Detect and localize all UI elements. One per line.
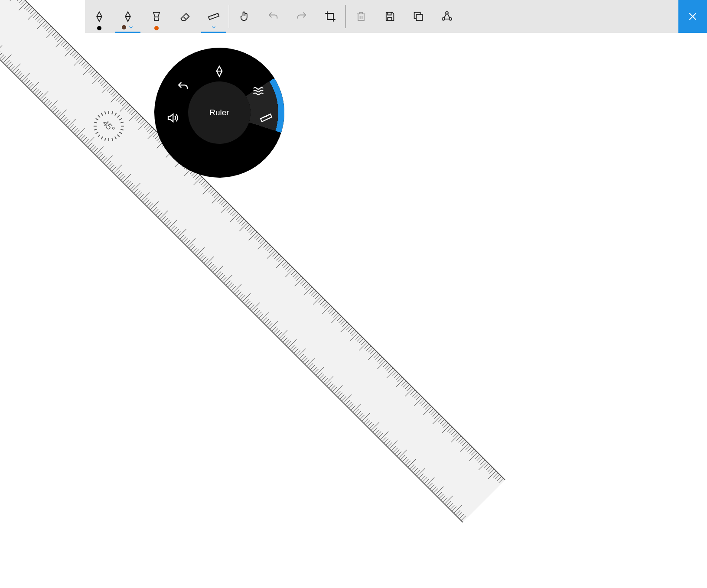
svg-rect-1 (416, 14, 422, 20)
pen-icon (122, 10, 134, 23)
toolbar-divider (229, 5, 229, 28)
chevron-down-icon[interactable] (211, 24, 217, 30)
touch-writing-button[interactable] (230, 0, 259, 33)
svg-line-15 (94, 121, 97, 124)
close-icon (687, 11, 698, 22)
radial-center-label: Ruler (209, 108, 229, 117)
highlighter-tool[interactable] (142, 0, 171, 33)
copy-button[interactable] (404, 0, 433, 33)
toolbar (85, 0, 707, 33)
pen-tool-2[interactable] (114, 0, 142, 33)
radial-item-pen[interactable] (211, 62, 228, 80)
file-tools-group (347, 0, 461, 33)
svg-line-27 (121, 128, 124, 131)
pen-icon (93, 10, 105, 23)
svg-line-23 (117, 115, 120, 117)
eraser-tool[interactable] (171, 0, 199, 33)
close-button[interactable] (678, 0, 707, 33)
svg-line-20 (107, 111, 110, 114)
svg-line-6 (114, 136, 117, 139)
pen-icon (213, 65, 226, 78)
svg-line-10 (101, 136, 103, 139)
crop-icon (324, 10, 336, 23)
radial-menu[interactable]: Ruler (154, 48, 284, 178)
svg-point-4 (449, 18, 452, 20)
undo-icon (267, 10, 279, 23)
redo-icon (296, 10, 308, 23)
svg-line-13 (94, 128, 97, 131)
ruler-angle-indicator: 45° (86, 104, 132, 149)
highlighter-icon (150, 10, 163, 23)
radial-item-volume[interactable] (164, 109, 181, 127)
save-button[interactable] (375, 0, 404, 33)
svg-line-11 (98, 135, 100, 137)
toolbar-divider (345, 5, 346, 28)
svg-line-24 (119, 118, 122, 120)
share-button[interactable] (433, 0, 461, 33)
ruler-icon (260, 111, 273, 124)
ruler-icon (208, 10, 220, 23)
svg-line-28 (119, 132, 122, 134)
svg-line-12 (96, 132, 98, 134)
svg-line-21 (111, 111, 114, 114)
svg-line-17 (98, 115, 100, 117)
redo-button[interactable] (287, 0, 316, 33)
touch-icon (238, 10, 251, 23)
svg-line-16 (96, 118, 98, 120)
delete-button[interactable] (347, 0, 375, 33)
highlighter-color-swatch (154, 26, 159, 30)
svg-line-14 (94, 124, 97, 127)
svg-line-26 (121, 124, 124, 127)
eraser-icon (179, 10, 191, 23)
svg-line-7 (111, 138, 114, 141)
pen-2-color-swatch (122, 25, 126, 29)
crop-button[interactable] (316, 0, 345, 33)
pen-1-color-swatch (97, 26, 101, 30)
radial-item-ruler[interactable] (257, 109, 275, 127)
svg-line-9 (104, 138, 107, 141)
undo-button[interactable] (259, 0, 287, 33)
svg-line-22 (114, 113, 117, 116)
radial-center[interactable]: Ruler (188, 81, 251, 144)
svg-point-2 (446, 12, 448, 14)
pen-tools-group (85, 0, 228, 33)
svg-line-18 (101, 113, 103, 116)
pen-tool-1[interactable] (85, 0, 114, 33)
save-icon (384, 10, 396, 23)
waves-icon (252, 84, 265, 97)
trash-icon (355, 10, 367, 23)
chevron-down-icon[interactable] (128, 24, 134, 30)
radial-item-stroke[interactable] (250, 82, 267, 99)
svg-line-25 (121, 121, 124, 124)
svg-rect-29 (261, 114, 272, 121)
ruler-tool[interactable] (199, 0, 228, 33)
radial-item-undo[interactable] (174, 78, 192, 95)
svg-line-5 (117, 135, 120, 137)
svg-line-8 (107, 138, 110, 141)
svg-point-3 (442, 18, 445, 20)
svg-line-19 (104, 111, 107, 114)
copy-icon (412, 10, 424, 23)
share-icon (441, 10, 453, 23)
undo-icon (176, 80, 189, 93)
volume-icon (166, 111, 179, 124)
edit-tools-group (230, 0, 345, 33)
